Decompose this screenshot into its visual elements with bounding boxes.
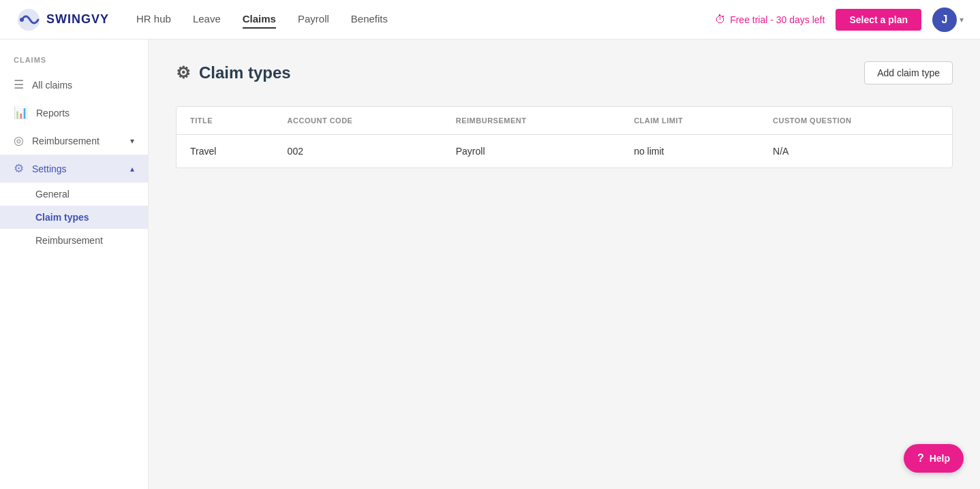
gear-icon: ⚙ [176, 63, 191, 82]
logo[interactable]: SWINGVY [16, 7, 109, 32]
bar-chart-icon: 📊 [14, 106, 28, 120]
sidebar-item-label: Reports [36, 108, 134, 119]
sidebar-sub-reimbursement[interactable]: Reimbursement [0, 229, 148, 252]
sidebar-sub-label: General [35, 189, 70, 200]
sidebar: CLAIMS ☰ All claims 📊 Reports ◎ Reimburs… [0, 40, 149, 489]
cell-custom-question: N/A [759, 135, 952, 168]
free-trial-text: Free trial - 30 days left [730, 14, 825, 25]
table-row[interactable]: Travel 002 Payroll no limit N/A [177, 135, 952, 168]
sidebar-item-settings[interactable]: ⚙ Settings ▴ [0, 155, 148, 183]
sidebar-sub-label: Claim types [35, 212, 89, 223]
logo-text: SWINGVY [46, 12, 109, 27]
layout: CLAIMS ☰ All claims 📊 Reports ◎ Reimburs… [0, 0, 980, 489]
sidebar-item-reports[interactable]: 📊 Reports [0, 99, 148, 127]
nav-claims[interactable]: Claims [243, 10, 276, 29]
sidebar-section-label: CLAIMS [0, 56, 148, 71]
add-claim-type-button[interactable]: Add claim type [864, 61, 953, 84]
cell-claim-limit: no limit [620, 135, 759, 168]
clock-icon: ⏱ [715, 14, 726, 26]
chevron-down-icon: ▾ [960, 15, 964, 25]
table-header-row: TITLE ACCOUNT CODE REIMBURSEMENT CLAIM L… [177, 107, 952, 135]
sidebar-item-label: All claims [32, 80, 134, 91]
chevron-down-icon: ▾ [130, 136, 134, 146]
sidebar-sub-general[interactable]: General [0, 183, 148, 206]
sidebar-sub-claim-types[interactable]: Claim types [0, 206, 148, 229]
svg-point-1 [20, 18, 24, 22]
sidebar-item-label: Reimbursement [32, 136, 122, 146]
chevron-up-icon: ▴ [130, 164, 134, 174]
sidebar-sub-label: Reimbursement [35, 235, 103, 246]
avatar-dropdown[interactable]: J ▾ [932, 7, 964, 32]
cell-title: Travel [177, 135, 274, 168]
help-label: Help [930, 453, 950, 464]
sidebar-item-reimbursement[interactable]: ◎ Reimbursement ▾ [0, 127, 148, 155]
main-content: ⚙ Claim types Add claim type TITLE ACCOU… [149, 40, 980, 489]
nav-payroll[interactable]: Payroll [298, 10, 329, 29]
page-title-text: Claim types [199, 63, 291, 82]
claim-types-table: TITLE ACCOUNT CODE REIMBURSEMENT CLAIM L… [177, 107, 952, 168]
col-custom-question: CUSTOM QUESTION [759, 107, 952, 135]
help-button[interactable]: ? Help [904, 444, 964, 473]
page-header: ⚙ Claim types Add claim type [176, 61, 953, 84]
page-title: ⚙ Claim types [176, 63, 291, 82]
topnav: SWINGVY HR hub Leave Claims Payroll Bene… [0, 0, 980, 40]
sidebar-item-all-claims[interactable]: ☰ All claims [0, 71, 148, 99]
col-account-code: ACCOUNT CODE [274, 107, 442, 135]
sidebar-item-label: Settings [32, 163, 122, 174]
nav-benefits[interactable]: Benefits [351, 10, 388, 29]
claim-types-table-container: TITLE ACCOUNT CODE REIMBURSEMENT CLAIM L… [176, 106, 953, 168]
topnav-right: ⏱ Free trial - 30 days left Select a pla… [715, 7, 964, 32]
reimbursement-icon: ◎ [14, 133, 24, 148]
cell-account-code: 002 [274, 135, 442, 168]
col-title: TITLE [177, 107, 274, 135]
nav-leave[interactable]: Leave [193, 10, 221, 29]
help-icon: ? [917, 452, 924, 464]
select-plan-button[interactable]: Select a plan [836, 9, 921, 31]
col-reimbursement: REIMBURSEMENT [442, 107, 620, 135]
list-icon: ☰ [14, 78, 24, 92]
avatar[interactable]: J [932, 7, 957, 32]
free-trial-banner: ⏱ Free trial - 30 days left [715, 14, 825, 26]
nav-links: HR hub Leave Claims Payroll Benefits [136, 10, 715, 29]
cell-reimbursement: Payroll [442, 135, 620, 168]
nav-hr-hub[interactable]: HR hub [136, 10, 171, 29]
settings-icon: ⚙ [14, 161, 24, 176]
col-claim-limit: CLAIM LIMIT [620, 107, 759, 135]
